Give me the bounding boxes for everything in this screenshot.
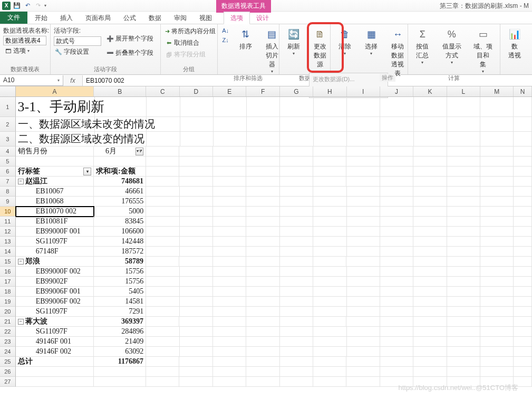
- tab-data[interactable]: 数据: [142, 12, 168, 24]
- summarize-by-button[interactable]: Σ 按值汇总 ▾: [411, 26, 434, 74]
- cell-A1[interactable]: 3-1、手动刷新: [16, 97, 95, 117]
- tab-page-layout[interactable]: 页面布局: [79, 12, 117, 24]
- cell-A2[interactable]: 一、数据源区域未改变的情况: [16, 117, 95, 132]
- row-7: 7 −赵温江 748681: [0, 177, 532, 187]
- title-bar: X 💾 ↶ ↷ ▾ 数据透视表工具 第三章：数据源的刷新.xlsm - M: [0, 0, 532, 12]
- redo-icon[interactable]: ↷: [34, 2, 42, 10]
- select-button[interactable]: ▦ 选择 ▾: [360, 26, 382, 78]
- pivot-name-input[interactable]: [3, 36, 46, 45]
- summarize-by-label: 按值汇总: [414, 42, 431, 60]
- col-header-G[interactable]: G: [280, 86, 313, 96]
- expand-icon: ➕: [107, 35, 114, 42]
- collapse-toggle[interactable]: −: [18, 179, 24, 184]
- pivotchart-button[interactable]: 📊 数 透视: [504, 26, 526, 73]
- options-icon: 🗔: [4, 47, 12, 55]
- row-header-6[interactable]: 6: [0, 167, 16, 177]
- cell-A10[interactable]: EB10070 002: [16, 207, 94, 217]
- row-header-3[interactable]: 3: [0, 132, 16, 147]
- row-22: 22SG11097F284896: [0, 327, 532, 337]
- name-box-dropdown-icon[interactable]: ▾: [57, 78, 60, 83]
- collapse-toggle[interactable]: −: [18, 319, 24, 325]
- window-title: 第三章：数据源的刷新.xlsm - M: [440, 0, 529, 12]
- row-header-1[interactable]: 1: [0, 97, 16, 117]
- group-title-active-field: 活动字段: [54, 65, 158, 73]
- show-values-as-button[interactable]: % 值显示方式 ▾: [438, 26, 465, 74]
- cell-B4[interactable]: 6月▾⧩: [94, 147, 146, 157]
- cell-B6[interactable]: 求和项:金额: [94, 167, 146, 177]
- move-icon: ↔: [391, 27, 404, 41]
- field-settings-icon: 🔧: [55, 48, 62, 56]
- row-header-5[interactable]: 5: [0, 157, 16, 167]
- cell-A6[interactable]: 行标签▾: [16, 167, 94, 177]
- sort-asc-button[interactable]: A↓: [221, 26, 230, 35]
- pivot-options-button[interactable]: 🗔 选项 ▾: [3, 46, 47, 56]
- menu-item-change-source[interactable]: 更改数据源(D)...: [313, 74, 384, 84]
- col-header-L[interactable]: L: [447, 86, 480, 96]
- save-icon[interactable]: 💾: [13, 2, 21, 10]
- refresh-label: 刷新: [287, 42, 300, 51]
- col-header-M[interactable]: M: [480, 86, 514, 96]
- row-header-4[interactable]: 4: [0, 147, 16, 157]
- row-16: 16EB99000F 00215756: [0, 267, 532, 277]
- col-header-C[interactable]: C: [146, 86, 179, 96]
- row-header-10[interactable]: 10: [0, 207, 16, 217]
- group-data: 🔄 刷新 ▾ 🗎 更改 数据源 ▾ 数据: [279, 24, 331, 74]
- cell-A3[interactable]: 二、数据源区域改变的情况: [16, 132, 95, 147]
- fields-items-sets-button[interactable]: ▭ 域、项目和 集 ▾: [470, 26, 497, 74]
- tab-view[interactable]: 视图: [193, 12, 218, 24]
- row-27: 27: [0, 377, 532, 387]
- change-data-source-button[interactable]: 🗎 更改 数据源 ▾: [309, 26, 331, 74]
- collapse-field-button[interactable]: ➖ 折叠整个字段: [105, 48, 154, 58]
- sort-desc-button[interactable]: Z↓: [221, 36, 230, 44]
- tab-options[interactable]: 选项: [224, 12, 250, 24]
- undo-icon[interactable]: ↶: [23, 2, 32, 10]
- row-21: 21−蒋大波369397: [0, 317, 532, 327]
- name-box[interactable]: A10 ▾: [0, 75, 63, 86]
- row-9: 9EB10068176555: [0, 197, 532, 207]
- col-header-I[interactable]: I: [347, 86, 380, 96]
- row-18: 18EB99006F 0015405: [0, 287, 532, 297]
- fx-button[interactable]: fx: [63, 77, 82, 84]
- col-header-A[interactable]: A: [16, 86, 94, 96]
- col-header-H[interactable]: H: [313, 86, 346, 96]
- col-header-F[interactable]: F: [246, 86, 279, 96]
- tab-review[interactable]: 审阅: [168, 12, 193, 24]
- select-all-corner[interactable]: [0, 86, 16, 96]
- field-settings-button[interactable]: 🔧 字段设置: [54, 47, 101, 57]
- row-15: 15−郑浪58789: [0, 257, 532, 267]
- ribbon-tabs: 文件 开始 插入 页面布局 公式 数据 审阅 视图 选项 设计: [0, 12, 532, 24]
- cell-A7[interactable]: −赵温江: [16, 177, 94, 187]
- col-header-E[interactable]: E: [213, 86, 246, 96]
- sort-button[interactable]: ⇅ 排序: [235, 26, 257, 74]
- row-8: 8EB1006746661: [0, 187, 532, 197]
- row-header-2[interactable]: 2: [0, 117, 16, 132]
- active-field-input[interactable]: [54, 36, 101, 46]
- move-pivot-button[interactable]: ↔ 移动 数据透视表: [386, 26, 409, 78]
- tab-file[interactable]: 文件: [0, 12, 27, 24]
- filter-icon[interactable]: ▾⧩: [136, 148, 143, 155]
- group-field-button[interactable]: 🗐 将字段分组: [164, 50, 214, 60]
- clear-button[interactable]: 🗑 清除 ▾: [334, 26, 356, 78]
- cell-B7[interactable]: 748681: [94, 177, 146, 187]
- change-data-source-icon: 🗎: [313, 27, 327, 41]
- tab-formulas[interactable]: 公式: [117, 12, 142, 24]
- expand-field-button[interactable]: ➕ 展开整个字段: [105, 34, 154, 44]
- refresh-button[interactable]: 🔄 刷新 ▾: [283, 26, 305, 74]
- filter-dropdown-icon[interactable]: ▾: [83, 168, 91, 175]
- col-header-B[interactable]: B: [94, 86, 146, 96]
- group-selection-button[interactable]: ➜ 将所选内容分组: [164, 26, 214, 36]
- collapse-toggle[interactable]: −: [18, 259, 24, 265]
- tab-insert[interactable]: 插入: [54, 12, 79, 24]
- tab-home[interactable]: 开始: [28, 12, 54, 24]
- col-header-N[interactable]: N: [514, 86, 532, 96]
- qat-dropdown-icon[interactable]: ▾: [44, 3, 46, 8]
- col-header-K[interactable]: K: [413, 86, 447, 96]
- col-header-J[interactable]: J: [380, 86, 413, 96]
- row-4: 4 销售月份 6月▾⧩: [0, 147, 532, 157]
- row-header-7[interactable]: 7: [0, 177, 16, 187]
- col-header-D[interactable]: D: [180, 86, 213, 96]
- ungroup-button[interactable]: ⬅ 取消组合: [164, 38, 214, 48]
- group-title-grouping: 分组: [164, 65, 214, 73]
- tab-design[interactable]: 设计: [250, 12, 275, 24]
- cell-A4[interactable]: 销售月份: [16, 147, 94, 157]
